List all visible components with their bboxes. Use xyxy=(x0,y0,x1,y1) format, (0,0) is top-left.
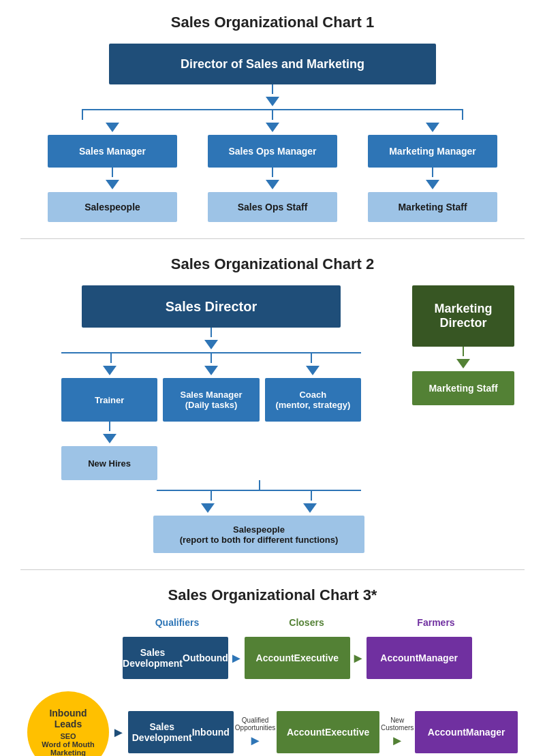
chart2-right: Marketing Director Marketing Staff xyxy=(409,285,518,405)
chart3-close-header: Closers xyxy=(252,616,361,629)
chart1-col2-vline xyxy=(272,110,273,120)
chart1-ops-staff: Sales Ops Staff xyxy=(208,192,337,222)
chart3-farm-header: Farmers xyxy=(382,616,490,629)
chart3-title: Sales Organizational Chart 3* xyxy=(20,586,525,604)
chart1-marketing-manager: Marketing Manager xyxy=(368,135,497,168)
chart3-headers: Qualifiers Closers Farmers xyxy=(123,616,518,629)
chart3-inbound-manager: AccountManager xyxy=(415,711,518,753)
chart2-marketing-director: Marketing Director xyxy=(412,285,514,347)
chart1-marketing-staff: Marketing Staff xyxy=(368,192,497,222)
chart2-left: Sales Director Trainer xyxy=(27,285,395,553)
chart1-col1-vline xyxy=(82,110,83,120)
chart2-coach-col: Coach (mentor, strategy) xyxy=(265,363,361,480)
chart1-sales-manager: Sales Manager xyxy=(48,135,177,168)
divider-1 xyxy=(20,238,525,239)
chart3-content: Qualifiers Closers Farmers Sales Develop… xyxy=(20,616,525,756)
chart2-trainer-col: Trainer New Hires xyxy=(61,363,157,480)
chart2-title: Sales Organizational Chart 2 xyxy=(20,255,525,273)
chart1-title: Sales Organizational Chart 1 xyxy=(20,14,525,31)
chart1-col-marketing: Marketing Manager Marketing Staff xyxy=(368,120,497,222)
chart2-subcols: Trainer New Hires Sales Manager (Daily t… xyxy=(61,363,361,480)
chart1-salespeople: Salespeople xyxy=(48,192,177,222)
chart1-ops-manager: Sales Ops Manager xyxy=(208,135,337,168)
chart3-inbound-qualifier: Sales DevelopmentInbound xyxy=(128,711,234,753)
chart1-col2-drop xyxy=(272,110,273,120)
chart3-outbound-manager: AccountManager xyxy=(367,637,472,679)
chart2-trainer-box: Trainer xyxy=(61,378,157,422)
chart3-qual-header: Qualifiers xyxy=(123,616,232,629)
chart2-coach-box: Coach (mentor, strategy) xyxy=(265,378,361,422)
chart1-connector-line xyxy=(272,84,273,94)
chart1-col3-drop xyxy=(462,110,463,120)
chart3-section: Sales Organizational Chart 3* Qualifiers… xyxy=(20,586,525,756)
chart2-newhires-box: New Hires xyxy=(61,446,157,480)
chart1-col3-vline xyxy=(462,110,463,120)
chart3-inbound-executive: AccountExecutive xyxy=(277,711,379,753)
chart2-sales-director: Sales Director xyxy=(82,285,341,328)
chart3-inbound-section: InboundLeads SEOWord of MouthMarketing ►… xyxy=(27,691,518,756)
chart1-columns: Sales Manager Salespeople Sales Ops Mana… xyxy=(48,120,497,222)
chart1-col1-arrow xyxy=(106,123,119,132)
divider-2 xyxy=(20,569,525,570)
chart1-section: Sales Organizational Chart 1 Director of… xyxy=(20,14,525,222)
chart1-col1-drop xyxy=(82,110,83,120)
chart2-section: Sales Organizational Chart 2 Sales Direc… xyxy=(20,255,525,553)
chart3-outbound-qualifier: Sales DevelopmentOutbound xyxy=(123,637,228,679)
chart2-marketing-staff: Marketing Staff xyxy=(412,371,514,405)
chart1-col-sales: Sales Manager Salespeople xyxy=(48,120,177,222)
chart1-cols-drops xyxy=(82,110,463,120)
chart2-smanager-col: Sales Manager (Daily tasks) xyxy=(163,363,259,480)
chart1-top-box: Director of Sales and Marketing xyxy=(109,44,436,84)
chart2-main: Sales Director Trainer xyxy=(20,285,525,553)
chart3-inbound-circle: InboundLeads SEOWord of MouthMarketing xyxy=(27,691,109,756)
chart3-outbound-row: Sales DevelopmentOutbound ► AccountExecu… xyxy=(27,634,518,682)
chart3-outbound-executive: AccountExecutive xyxy=(245,637,350,679)
chart2-smanager-box: Sales Manager (Daily tasks) xyxy=(163,378,259,422)
chart1-arrow-top xyxy=(266,97,279,106)
chart1-col-ops: Sales Ops Manager Sales Ops Staff xyxy=(208,120,337,222)
chart2-salespeople-box: Salespeople (report to both for differen… xyxy=(153,516,364,553)
